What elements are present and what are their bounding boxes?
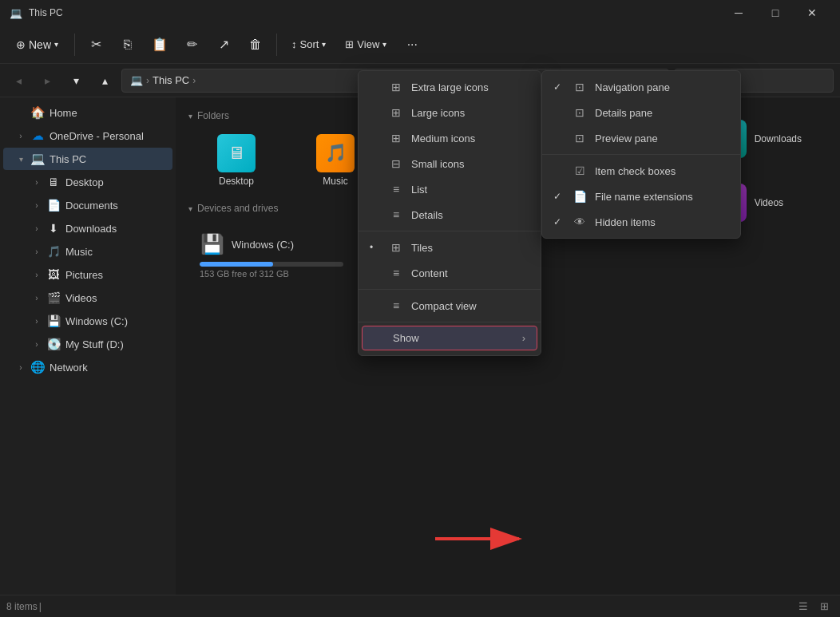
- expand-button[interactable]: ▾: [64, 69, 88, 93]
- downloads-name: Downloads: [755, 133, 802, 144]
- view-option-details[interactable]: ✓ ≡ Details: [359, 202, 541, 227]
- sidebar-item-thispc[interactable]: ▾ 💻 This PC: [3, 148, 172, 170]
- sidebar-winc-label: Windows (C:): [65, 315, 128, 327]
- sidebar-item-network[interactable]: › 🌐 Network: [3, 356, 172, 378]
- sidebar-item-home[interactable]: 🏠 Home: [3, 101, 172, 124]
- view-option-compact[interactable]: ✓ ≡ Compact view: [359, 293, 541, 318]
- share-button[interactable]: ↗: [209, 30, 238, 59]
- new-button[interactable]: ⊕ New ▾: [6, 34, 68, 56]
- sidebar-item-downloads[interactable]: › ⬇ Downloads: [3, 217, 172, 239]
- compact-icon: ≡: [389, 299, 403, 313]
- show-option-item-checkboxes[interactable]: ✓ ☑ Item check boxes: [542, 158, 740, 184]
- show-divider-1: [542, 154, 740, 155]
- nav-pane-check: ✓: [553, 81, 565, 93]
- sidebar-pictures-label: Pictures: [65, 269, 103, 281]
- view-option-list[interactable]: ✓ ≡ List: [359, 176, 541, 202]
- show-option-preview-pane[interactable]: ✓ ⊡ Preview pane: [542, 125, 740, 151]
- file-ext-icon: 📄: [573, 189, 587, 204]
- sort-icon: ↕: [291, 38, 297, 50]
- home-icon: 🏠: [30, 105, 45, 120]
- sidebar-videos-label: Videos: [65, 292, 97, 304]
- view-option-medium[interactable]: ✓ ⊞ Medium icons: [359, 125, 541, 151]
- sidebar: 🏠 Home › ☁ OneDrive - Personal ▾ 💻 This …: [0, 97, 176, 595]
- sidebar-documents-label: Documents: [65, 200, 118, 212]
- sidebar-onedrive-label: OneDrive - Personal: [50, 130, 144, 142]
- delete-button[interactable]: 🗑: [241, 30, 270, 59]
- cut-button[interactable]: ✂: [81, 30, 110, 59]
- toolbar: ⊕ New ▾ ✂ ⎘ 📋 ✏ ↗ 🗑 ↕ Sort ▾ ⊞ View ▾ ··…: [0, 26, 840, 64]
- sidebar-downloads-label: Downloads: [65, 223, 117, 235]
- drives-section-text: Devices and drives: [197, 203, 278, 214]
- rename-button[interactable]: ✏: [177, 30, 206, 59]
- hidden-items-icon: 👁: [573, 215, 587, 229]
- medium-label: Medium icons: [411, 132, 475, 144]
- file-ext-label: File name extensions: [595, 191, 693, 203]
- sidebar-item-mystuff[interactable]: › 💽 My Stuff (D:): [3, 333, 172, 355]
- folders-section-text: Folders: [197, 110, 229, 121]
- toolbar-separator-1: [74, 34, 75, 56]
- music-expand-icon: ›: [32, 247, 42, 256]
- small-label: Small icons: [411, 158, 464, 170]
- sort-label: Sort: [300, 38, 319, 50]
- toolbar-separator-2: [276, 34, 277, 56]
- items-count: 8 items: [6, 601, 38, 612]
- view-button[interactable]: ⊞ View ▾: [337, 34, 394, 55]
- view-option-large[interactable]: ✓ ⊞ Large icons: [359, 100, 541, 125]
- view-divider-2: [359, 289, 541, 290]
- minimize-button[interactable]: ─: [720, 0, 757, 26]
- videos-name: Videos: [755, 197, 783, 208]
- view-option-small[interactable]: ✓ ⊟ Small icons: [359, 151, 541, 176]
- view-option-show[interactable]: ✓ Show ›: [362, 326, 537, 350]
- sidebar-item-windows-c[interactable]: › 💾 Windows (C:): [3, 310, 172, 332]
- folder-music-name: Music: [323, 176, 347, 187]
- forward-button[interactable]: ▸: [35, 69, 59, 93]
- path-computer-icon: 💻: [130, 74, 143, 86]
- list-view-button[interactable]: ☰: [794, 598, 813, 615]
- show-option-file-extensions[interactable]: ✓ 📄 File name extensions: [542, 184, 740, 209]
- preview-pane-label: Preview pane: [595, 132, 658, 144]
- documents-icon: 📄: [46, 198, 61, 212]
- grid-view-button[interactable]: ⊞: [814, 598, 834, 615]
- nav-pane-label: Navigation pane: [595, 81, 670, 93]
- show-option-hidden-items[interactable]: ✓ 👁 Hidden items: [542, 209, 740, 235]
- view-option-tiles[interactable]: • ⊞ Tiles: [359, 235, 541, 260]
- sidebar-item-pictures[interactable]: › 🖼 Pictures: [3, 263, 172, 286]
- path-this-pc: This PC: [153, 74, 189, 86]
- close-button[interactable]: ✕: [794, 0, 830, 26]
- up-button[interactable]: ▴: [93, 69, 117, 93]
- docs-expand-icon: ›: [32, 200, 42, 210]
- view-option-extra-large[interactable]: ✓ ⊞ Extra large icons: [359, 74, 541, 100]
- copy-button[interactable]: ⎘: [113, 30, 142, 59]
- maximize-button[interactable]: □: [757, 0, 794, 26]
- show-arrow-icon: ›: [522, 332, 525, 344]
- paste-button[interactable]: 📋: [145, 30, 174, 59]
- sort-button[interactable]: ↕ Sort ▾: [283, 34, 334, 55]
- item-checkboxes-icon: ☑: [573, 164, 587, 178]
- sidebar-item-onedrive[interactable]: › ☁ OneDrive - Personal: [3, 125, 172, 147]
- sidebar-thispc-label: This PC: [50, 153, 86, 165]
- details-pane-icon: ⊡: [573, 105, 587, 120]
- view-option-content[interactable]: ✓ ≡ Content: [359, 260, 541, 286]
- compact-label: Compact view: [411, 300, 477, 312]
- sidebar-item-videos[interactable]: › 🎬 Videos: [3, 287, 172, 309]
- view-toggle: ☰ ⊞: [794, 598, 834, 615]
- show-option-nav-pane[interactable]: ✓ ⊡ Navigation pane: [542, 74, 740, 100]
- drive-item-windows-c[interactable]: 💾 Windows (C:) 153 GB free of 312 GB: [192, 223, 351, 287]
- file-ext-check: ✓: [553, 191, 565, 202]
- large-label: Large icons: [411, 107, 465, 119]
- sidebar-item-music[interactable]: › 🎵 Music: [3, 240, 172, 263]
- drive-name: Windows (C:): [232, 239, 294, 251]
- sidebar-item-desktop[interactable]: › 🖥 Desktop: [3, 171, 172, 193]
- item-checkboxes-label: Item check boxes: [595, 165, 676, 177]
- sidebar-music-label: Music: [65, 246, 93, 258]
- folder-item-desktop[interactable]: 🖥 Desktop: [188, 128, 284, 193]
- list-icon: ≡: [389, 182, 403, 196]
- folder-desktop-name: Desktop: [219, 176, 254, 187]
- more-button[interactable]: ···: [398, 30, 426, 59]
- sidebar-item-documents[interactable]: › 📄 Documents: [3, 194, 172, 216]
- back-button[interactable]: ◂: [6, 69, 30, 93]
- downloads-expand-icon: ›: [32, 223, 42, 233]
- drive-info: 153 GB free of 312 GB: [200, 269, 343, 279]
- show-option-details-pane[interactable]: ✓ ⊡ Details pane: [542, 100, 740, 125]
- details-icon: ≡: [389, 208, 403, 222]
